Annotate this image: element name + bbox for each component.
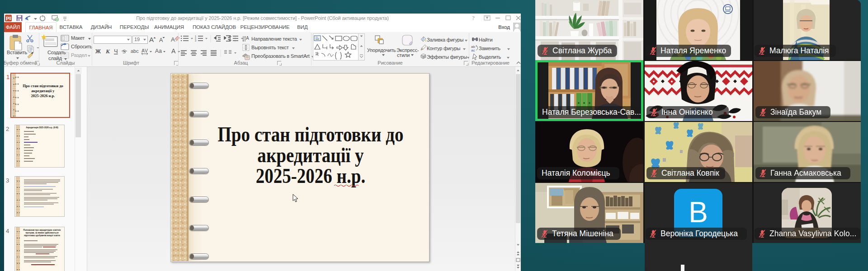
svg-text:ac: ac (471, 48, 475, 52)
svg-text:А: А (171, 36, 175, 43)
svg-text:А: А (149, 36, 154, 43)
svg-text:Аа: Аа (155, 48, 162, 54)
svg-text:Ч: Ч (114, 48, 118, 55)
svg-text:А: А (159, 37, 163, 43)
svg-text:А: А (171, 47, 176, 55)
svg-text:3: 3 (195, 39, 196, 42)
svg-text:К: К (105, 48, 110, 55)
svg-text:А: А (246, 36, 249, 41)
svg-text:P: P (6, 16, 9, 21)
svg-text:?: ? (472, 15, 475, 21)
svg-text:abc: abc (131, 48, 139, 54)
svg-text:Ж: Ж (95, 48, 101, 55)
svg-text:АV: АV (142, 48, 148, 53)
